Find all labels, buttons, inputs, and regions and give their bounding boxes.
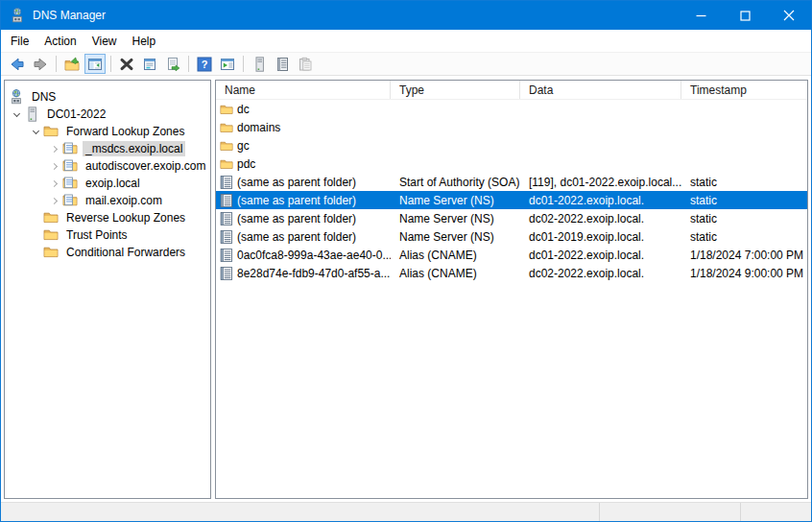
tree-item-server[interactable]: DC01-2022 bbox=[5, 106, 210, 123]
column-header-timestamp[interactable]: Timestamp bbox=[681, 81, 807, 99]
table-row[interactable]: domains bbox=[216, 118, 807, 136]
app-icon bbox=[10, 8, 25, 23]
table-row-ns-record-selected[interactable]: (same as parent folder) Name Server (NS)… bbox=[216, 191, 807, 209]
tree-item-forward-lookup-zones[interactable]: Forward Lookup Zones bbox=[5, 123, 210, 140]
zone-folder-icon bbox=[62, 158, 78, 174]
chevron-collapsed-icon[interactable] bbox=[47, 181, 62, 186]
record-icon bbox=[220, 212, 233, 225]
up-folder-icon bbox=[64, 57, 80, 72]
new-window-button[interactable] bbox=[217, 54, 238, 74]
table-row[interactable]: gc bbox=[216, 136, 807, 154]
table-row[interactable]: pdc bbox=[216, 154, 807, 173]
copy-button[interactable] bbox=[295, 54, 316, 74]
table-row-ns-record[interactable]: (same as parent folder) Name Server (NS)… bbox=[216, 227, 807, 246]
record-icon bbox=[220, 176, 233, 189]
record-icon bbox=[220, 249, 233, 262]
help-button[interactable]: ? bbox=[194, 54, 215, 74]
dns-manager-window: DNS Manager File Action View Help bbox=[0, 0, 812, 522]
clipboard-icon bbox=[298, 57, 313, 72]
folder-icon bbox=[220, 121, 233, 134]
table-row-soa-record[interactable]: (same as parent folder) Start of Authori… bbox=[216, 173, 807, 191]
folder-icon bbox=[220, 103, 233, 116]
column-header-name[interactable]: Name bbox=[216, 81, 391, 99]
tree-item-conditional-forwarders[interactable]: Conditional Forwarders bbox=[5, 244, 210, 261]
zone-folder-icon bbox=[62, 193, 78, 208]
svg-text:?: ? bbox=[202, 59, 208, 70]
titlebar[interactable]: DNS Manager bbox=[1, 1, 811, 30]
help-icon: ? bbox=[197, 57, 212, 72]
tree-item-exoip-local-zone[interactable]: exoip.local bbox=[5, 175, 210, 192]
server-tool-button[interactable] bbox=[249, 54, 270, 74]
maximize-icon bbox=[740, 11, 751, 21]
delete-button[interactable] bbox=[116, 54, 137, 74]
forward-icon bbox=[33, 57, 48, 72]
toolbar-separator bbox=[188, 56, 189, 72]
export-list-button[interactable] bbox=[162, 54, 183, 74]
chevron-collapsed-icon[interactable] bbox=[47, 164, 62, 169]
column-header-type[interactable]: Type bbox=[391, 81, 520, 99]
tree-item-msdcs-zone[interactable]: _msdcs.exoip.local bbox=[5, 140, 210, 157]
folder-icon bbox=[220, 157, 233, 171]
export-list-icon bbox=[165, 57, 180, 72]
record-list-button[interactable] bbox=[272, 54, 293, 74]
tree-item-trust-points[interactable]: Trust Points bbox=[5, 226, 210, 244]
toolbar-separator bbox=[110, 56, 111, 72]
folder-icon bbox=[43, 245, 59, 260]
chevron-collapsed-icon[interactable] bbox=[47, 199, 62, 203]
tree-item-mail-zone[interactable]: mail.exoip.com bbox=[5, 192, 210, 209]
main-area: DNS DC01-2022 Forward Lookup Zones _msdc… bbox=[1, 76, 811, 502]
console-tree-icon bbox=[87, 57, 103, 72]
menu-view[interactable]: View bbox=[84, 32, 125, 51]
server-icon bbox=[24, 107, 39, 122]
maximize-button[interactable] bbox=[723, 1, 767, 30]
tree-item-autodiscover-zone[interactable]: autodiscover.exoip.com bbox=[5, 157, 210, 175]
menu-bar: File Action View Help bbox=[1, 30, 811, 52]
folder-icon bbox=[43, 227, 59, 243]
folder-icon bbox=[43, 210, 59, 225]
chevron-expanded-icon[interactable] bbox=[28, 130, 43, 133]
record-icon bbox=[220, 267, 233, 280]
chevron-collapsed-icon[interactable] bbox=[47, 147, 62, 152]
show-console-tree-button[interactable] bbox=[84, 54, 106, 74]
folder-icon bbox=[43, 124, 59, 139]
status-section-main bbox=[1, 503, 599, 521]
toolbar-separator bbox=[56, 56, 57, 72]
table-row-ns-record[interactable]: (same as parent folder) Name Server (NS)… bbox=[216, 209, 807, 227]
forward-button[interactable] bbox=[30, 54, 51, 74]
record-icon bbox=[220, 230, 233, 244]
menu-help[interactable]: Help bbox=[125, 32, 164, 51]
back-icon bbox=[10, 57, 25, 72]
toolbar: ? bbox=[1, 52, 811, 76]
status-section-mid bbox=[599, 503, 740, 521]
dns-root-icon bbox=[9, 89, 24, 105]
table-row-cname-record[interactable]: 0ac0fca8-999a-43ae-ae40-0... Alias (CNAM… bbox=[216, 246, 807, 264]
table-row[interactable]: dc bbox=[216, 100, 807, 118]
window-title: DNS Manager bbox=[33, 9, 679, 22]
up-one-level-button[interactable] bbox=[61, 54, 83, 74]
close-button[interactable] bbox=[767, 1, 811, 30]
menu-action[interactable]: Action bbox=[36, 32, 84, 51]
list-header: Name Type Data Timestamp bbox=[216, 81, 807, 100]
zone-folder-icon bbox=[62, 141, 78, 156]
properties-icon bbox=[142, 57, 157, 72]
tree-item-dns-root[interactable]: DNS bbox=[5, 88, 210, 106]
column-header-data[interactable]: Data bbox=[520, 81, 681, 99]
minimize-button[interactable] bbox=[679, 1, 723, 30]
back-button[interactable] bbox=[7, 54, 28, 74]
table-row-cname-record[interactable]: 8e28d74e-fdb9-47d0-af55-a... Alias (CNAM… bbox=[216, 264, 807, 282]
menu-file[interactable]: File bbox=[3, 32, 36, 51]
minimize-icon bbox=[696, 11, 706, 21]
server-icon bbox=[251, 57, 267, 72]
status-bar bbox=[1, 502, 811, 521]
properties-button[interactable] bbox=[139, 54, 160, 74]
zone-folder-icon bbox=[62, 176, 78, 191]
record-icon bbox=[220, 194, 233, 207]
status-section-right bbox=[740, 503, 811, 521]
close-icon bbox=[783, 10, 795, 21]
toolbar-separator bbox=[243, 56, 244, 72]
record-list-pane: Name Type Data Timestamp dc domains gc bbox=[215, 80, 808, 499]
chevron-expanded-icon[interactable] bbox=[9, 113, 24, 116]
folder-icon bbox=[220, 139, 233, 153]
tree-item-reverse-lookup-zones[interactable]: Reverse Lookup Zones bbox=[5, 209, 210, 226]
delete-x-icon bbox=[119, 57, 134, 72]
